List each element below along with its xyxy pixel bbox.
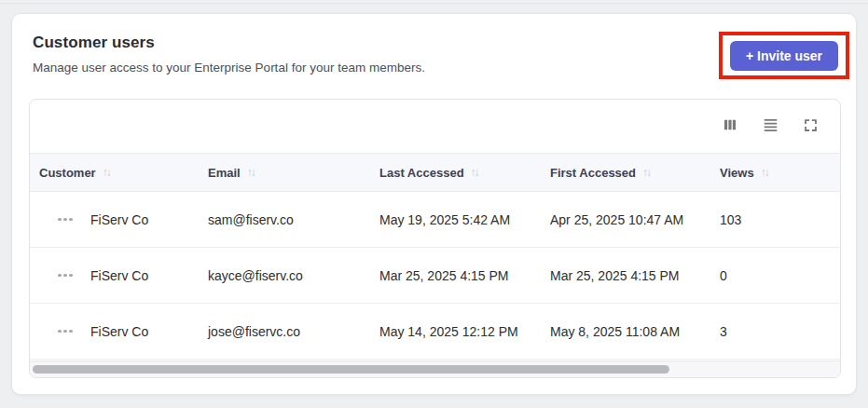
- invite-user-button[interactable]: + Invite user: [730, 41, 838, 71]
- cell-email: sam@fiserv.co: [208, 212, 379, 227]
- table-toolbar: [30, 100, 840, 153]
- column-label: First Accessed: [550, 166, 636, 180]
- column-header-last-accessed[interactable]: Last Accessed ↑↓: [379, 166, 550, 180]
- horizontal-scrollbar-thumb[interactable]: [33, 365, 669, 374]
- density-button[interactable]: [760, 116, 780, 137]
- customer-name: FiServ Co: [90, 324, 148, 339]
- fullscreen-icon: [803, 117, 819, 136]
- cell-email: kayce@fiserv.co: [208, 268, 379, 283]
- sort-icon[interactable]: ↑↓: [247, 166, 255, 179]
- row-menu-button[interactable]: [56, 324, 75, 339]
- table-row[interactable]: FiServ Co kayce@fiserv.co Mar 25, 2025 4…: [30, 248, 840, 304]
- table-header-row: Customer ↑↓ Email ↑↓ Last Accessed ↑↓ Fi…: [30, 153, 840, 192]
- column-header-customer[interactable]: Customer ↑↓: [39, 166, 208, 180]
- cell-views: 103: [720, 212, 840, 227]
- cell-first-accessed: May 8, 2025 11:08 AM: [550, 324, 720, 339]
- cell-email: jose@fiservc.co: [208, 324, 379, 339]
- cell-last-accessed: Mar 25, 2025 4:15 PM: [379, 268, 550, 283]
- column-label: Views: [720, 166, 754, 180]
- sort-icon[interactable]: ↑↓: [103, 166, 110, 179]
- customer-name: FiServ Co: [90, 268, 148, 283]
- cell-last-accessed: May 19, 2025 5:42 AM: [379, 212, 550, 227]
- page-subtitle: Manage user access to your Enterprise Po…: [33, 61, 835, 75]
- sort-icon[interactable]: ↑↓: [471, 166, 478, 179]
- cell-first-accessed: Mar 25, 2025 4:15 PM: [550, 268, 720, 283]
- cell-customer: FiServ Co: [39, 212, 208, 227]
- table-row[interactable]: FiServ Co sam@fiserv.co May 19, 2025 5:4…: [30, 192, 840, 248]
- cell-views: 0: [720, 268, 840, 283]
- cell-views: 3: [720, 324, 840, 339]
- column-label: Email: [208, 166, 241, 180]
- cell-last-accessed: May 14, 2025 12:12 PM: [379, 324, 550, 339]
- column-label: Customer: [39, 166, 96, 180]
- cell-first-accessed: Apr 25, 2025 10:47 AM: [550, 212, 720, 227]
- card-header: Customer users Manage user access to you…: [12, 14, 856, 75]
- cell-customer: FiServ Co: [39, 324, 208, 339]
- fullscreen-button[interactable]: [800, 116, 820, 137]
- users-table-panel: Customer ↑↓ Email ↑↓ Last Accessed ↑↓ Fi…: [29, 99, 841, 378]
- columns-button[interactable]: [720, 116, 740, 137]
- density-icon: [762, 116, 779, 136]
- cell-customer: FiServ Co: [39, 268, 208, 283]
- annotation-highlight-box: + Invite user: [719, 32, 849, 79]
- row-menu-button[interactable]: [56, 212, 75, 227]
- column-header-first-accessed[interactable]: First Accessed ↑↓: [550, 166, 720, 180]
- page-title: Customer users: [33, 34, 835, 52]
- column-label: Last Accessed: [379, 166, 464, 180]
- sort-icon[interactable]: ↑↓: [642, 166, 650, 179]
- column-header-views[interactable]: Views ↑↓: [720, 166, 840, 180]
- row-menu-button[interactable]: [56, 268, 75, 283]
- columns-icon: [722, 116, 738, 136]
- table-row[interactable]: FiServ Co jose@fiservc.co May 14, 2025 1…: [30, 304, 840, 360]
- horizontal-scrollbar-track[interactable]: [30, 360, 840, 377]
- column-header-email[interactable]: Email ↑↓: [208, 166, 379, 180]
- top-divider: [0, 0, 868, 4]
- customer-name: FiServ Co: [90, 212, 148, 227]
- customer-users-card: Customer users Manage user access to you…: [11, 13, 857, 395]
- sort-icon[interactable]: ↑↓: [761, 166, 768, 179]
